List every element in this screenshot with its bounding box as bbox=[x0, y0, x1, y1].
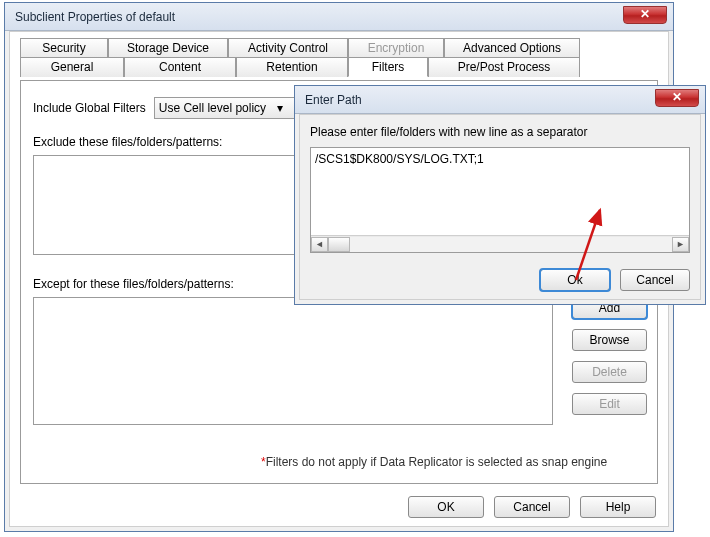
tab-row-bottom: General Content Retention Filters Pre/Po… bbox=[20, 57, 668, 77]
include-global-filters-select[interactable]: Use Cell level policy ▾ bbox=[154, 97, 304, 119]
enter-path-dialog: Enter Path ✕ Please enter file/folders w… bbox=[294, 85, 706, 305]
scroll-thumb[interactable] bbox=[328, 237, 350, 252]
dialog-title: Enter Path bbox=[305, 93, 362, 107]
browse-button[interactable]: Browse bbox=[572, 329, 647, 351]
chevron-down-icon: ▾ bbox=[272, 101, 287, 115]
dialog-cancel-button[interactable]: Cancel bbox=[620, 269, 690, 291]
scroll-left-icon[interactable]: ◄ bbox=[311, 237, 328, 252]
tab-storage-device[interactable]: Storage Device bbox=[108, 38, 228, 58]
tab-advanced-options[interactable]: Advanced Options bbox=[444, 38, 580, 58]
footer-button-group: OK Cancel Help bbox=[408, 496, 656, 518]
ok-button[interactable]: OK bbox=[408, 496, 484, 518]
except-label: Except for these files/folders/patterns: bbox=[33, 277, 234, 291]
dialog-ok-button[interactable]: Ok bbox=[540, 269, 610, 291]
path-textarea[interactable] bbox=[311, 148, 689, 232]
scroll-track[interactable] bbox=[328, 237, 672, 252]
include-global-filters-label: Include Global Filters bbox=[33, 101, 146, 115]
filters-note: *Filters do not apply if Data Replicator… bbox=[261, 455, 607, 469]
help-button[interactable]: Help bbox=[580, 496, 656, 518]
dialog-titlebar[interactable]: Enter Path ✕ bbox=[295, 86, 705, 114]
tab-activity-control[interactable]: Activity Control bbox=[228, 38, 348, 58]
delete-button: Delete bbox=[572, 361, 647, 383]
tab-retention[interactable]: Retention bbox=[236, 57, 348, 77]
tab-encryption: Encryption bbox=[348, 38, 444, 58]
window-title: Subclient Properties of default bbox=[15, 10, 175, 24]
tab-general[interactable]: General bbox=[20, 57, 124, 77]
dialog-body: Please enter file/folders with new line … bbox=[299, 114, 701, 300]
path-input-container: ◄ ► bbox=[310, 147, 690, 253]
cancel-button[interactable]: Cancel bbox=[494, 496, 570, 518]
tab-security[interactable]: Security bbox=[20, 38, 108, 58]
tab-content[interactable]: Content bbox=[124, 57, 236, 77]
dialog-footer: Ok Cancel bbox=[540, 269, 690, 291]
exclude-label: Exclude these files/folders/patterns: bbox=[33, 135, 222, 149]
horizontal-scrollbar[interactable]: ◄ ► bbox=[311, 235, 689, 252]
titlebar[interactable]: Subclient Properties of default ✕ bbox=[5, 3, 673, 31]
scroll-right-icon[interactable]: ► bbox=[672, 237, 689, 252]
close-icon[interactable]: ✕ bbox=[623, 6, 667, 24]
dialog-instruction: Please enter file/folders with new line … bbox=[310, 125, 587, 139]
edit-button: Edit bbox=[572, 393, 647, 415]
except-list[interactable] bbox=[33, 297, 553, 425]
select-value: Use Cell level policy bbox=[159, 101, 266, 115]
side-button-group: Add Browse Delete Edit bbox=[572, 297, 647, 415]
tab-prepost-process[interactable]: Pre/Post Process bbox=[428, 57, 580, 77]
tab-filters[interactable]: Filters bbox=[348, 57, 428, 77]
tab-row-top: Security Storage Device Activity Control… bbox=[20, 38, 668, 58]
close-icon[interactable]: ✕ bbox=[655, 89, 699, 107]
